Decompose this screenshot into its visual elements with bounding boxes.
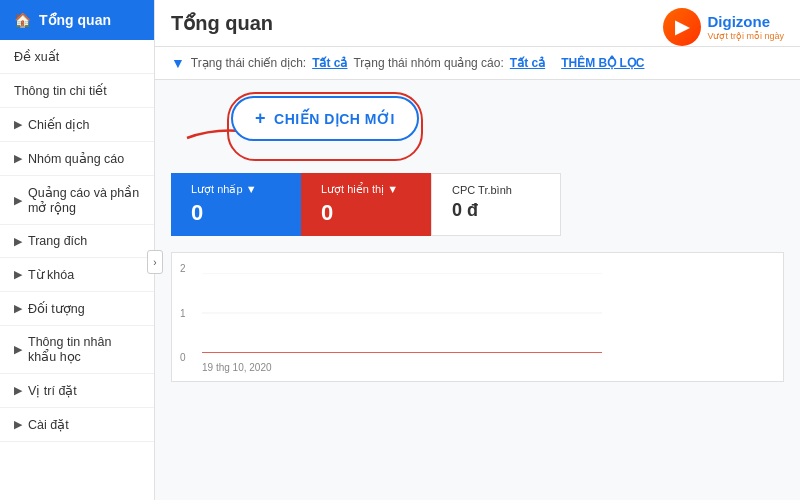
- sidebar-item-label: Vị trí đặt: [28, 383, 77, 398]
- filter-group-value[interactable]: Tất cả: [510, 56, 545, 70]
- sidebar-item-label: Đối tượng: [28, 301, 85, 316]
- sidebar-item-cai-dat[interactable]: ▶ Cài đặt: [0, 408, 154, 442]
- chevron-right-icon: ▶: [14, 418, 22, 431]
- chevron-right-icon: ▶: [14, 235, 22, 248]
- sidebar-item-label: Nhóm quảng cáo: [28, 151, 124, 166]
- filter-bar: ▼ Trạng thái chiến dịch: Tất cả Trạng th…: [155, 47, 800, 80]
- chart-date-label: 19 thg 10, 2020: [202, 362, 272, 373]
- stat-box-cpc: CPC Tr.bình 0 đ: [431, 173, 561, 236]
- content-area: + CHIẾN DỊCH MỚI Lượt nhấp ▼ 0 Lượt hiển…: [155, 80, 800, 500]
- sidebar-header[interactable]: 🏠 Tổng quan: [0, 0, 154, 40]
- chart-y-label-1: 1: [180, 308, 186, 319]
- plus-icon: +: [255, 108, 266, 129]
- sidebar-item-label: Trang đích: [28, 234, 87, 248]
- sidebar-item-chien-dich[interactable]: ▶ Chiến dịch: [0, 108, 154, 142]
- chevron-right-icon: ▶: [14, 194, 22, 207]
- stat-label-clicks[interactable]: Lượt nhấp ▼: [191, 183, 281, 196]
- filter-separator: Trạng thái nhóm quảng cáo:: [353, 56, 503, 70]
- chart-y-label-0: 0: [180, 352, 186, 363]
- sidebar-header-label: Tổng quan: [39, 12, 111, 28]
- chart-area: 2 1 0 19 thg 10, 2020: [171, 252, 784, 382]
- logo-text: Digizone Vượt trội mỗi ngày: [707, 13, 784, 42]
- chevron-right-icon: ▶: [14, 302, 22, 315]
- chart-svg: [202, 273, 602, 353]
- chart-y-label-2: 2: [180, 263, 186, 274]
- sidebar-item-tu-khoa[interactable]: ▶ Từ khóa: [0, 258, 154, 292]
- filter-campaign-value[interactable]: Tất cả: [312, 56, 347, 70]
- sidebar-item-doi-tuong[interactable]: ▶ Đối tượng: [0, 292, 154, 326]
- stat-box-impressions: Lượt hiển thị ▼ 0: [301, 173, 431, 236]
- chart-y-labels: 2 1 0: [180, 263, 186, 363]
- stat-box-clicks: Lượt nhấp ▼ 0: [171, 173, 301, 236]
- page-title: Tổng quan: [171, 11, 273, 43]
- stats-row: Lượt nhấp ▼ 0 Lượt hiển thị ▼ 0 CPC Tr.b…: [171, 173, 784, 236]
- add-filter-button[interactable]: THÊM BỘ LỌC: [561, 56, 644, 70]
- topbar: Tổng quan ▶ Digizone Vượt trội mỗi ngày: [155, 0, 800, 47]
- sidebar-item-label: Quảng cáo và phần mở rộng: [28, 185, 140, 215]
- logo-area: ▶ Digizone Vượt trội mỗi ngày: [663, 8, 784, 46]
- sidebar-item-thong-tin[interactable]: Thông tin chi tiết: [0, 74, 154, 108]
- sidebar-item-label: Từ khóa: [28, 267, 74, 282]
- sidebar-item-label: Đề xuất: [14, 49, 59, 64]
- chevron-right-icon: ▶: [14, 152, 22, 165]
- chevron-right-icon: ▶: [14, 384, 22, 397]
- new-campaign-label: CHIẾN DỊCH MỚI: [274, 111, 395, 127]
- sidebar-item-vi-tri[interactable]: ▶ Vị trí đặt: [0, 374, 154, 408]
- sidebar-item-label: Chiến dịch: [28, 117, 89, 132]
- sidebar-item-label: Thông tin nhân khẩu học: [28, 335, 140, 364]
- main-content: Tổng quan ▶ Digizone Vượt trội mỗi ngày …: [155, 0, 800, 500]
- stat-label-impressions[interactable]: Lượt hiển thị ▼: [321, 183, 411, 196]
- sidebar-item-trang-dich[interactable]: ▶ Trang đích: [0, 225, 154, 258]
- sidebar-item-nhom-qc[interactable]: ▶ Nhóm quảng cáo: [0, 142, 154, 176]
- chevron-right-icon: ▶: [14, 343, 22, 356]
- chevron-right-icon: ›: [153, 257, 156, 268]
- filter-icon: ▼: [171, 55, 185, 71]
- chevron-right-icon: ▶: [14, 268, 22, 281]
- sidebar-item-quang-cao[interactable]: ▶ Quảng cáo và phần mở rộng: [0, 176, 154, 225]
- sidebar-item-label: Thông tin chi tiết: [14, 83, 107, 98]
- stat-value-impressions: 0: [321, 200, 411, 226]
- filter-campaign-label: Trạng thái chiến dịch:: [191, 56, 306, 70]
- sidebar-toggle-button[interactable]: ›: [147, 250, 163, 274]
- sidebar-item-nhan-khau[interactable]: ▶ Thông tin nhân khẩu học: [0, 326, 154, 374]
- new-campaign-button[interactable]: + CHIẾN DỊCH MỚI: [231, 96, 419, 141]
- stat-label-cpc[interactable]: CPC Tr.bình: [452, 184, 540, 196]
- new-campaign-container: + CHIẾN DỊCH MỚI: [231, 96, 419, 157]
- logo-icon: ▶: [663, 8, 701, 46]
- logo-tagline: Vượt trội mỗi ngày: [707, 31, 784, 42]
- stat-value-cpc: 0 đ: [452, 200, 540, 221]
- play-icon: ▶: [675, 16, 689, 38]
- sidebar-item-label: Cài đặt: [28, 417, 69, 432]
- stat-value-clicks: 0: [191, 200, 281, 226]
- sidebar-item-de-xuat[interactable]: Đề xuất: [0, 40, 154, 74]
- logo-name: Digizone: [707, 13, 784, 31]
- sidebar: 🏠 Tổng quan Đề xuất Thông tin chi tiết ▶…: [0, 0, 155, 500]
- chevron-right-icon: ▶: [14, 118, 22, 131]
- home-icon: 🏠: [14, 12, 31, 28]
